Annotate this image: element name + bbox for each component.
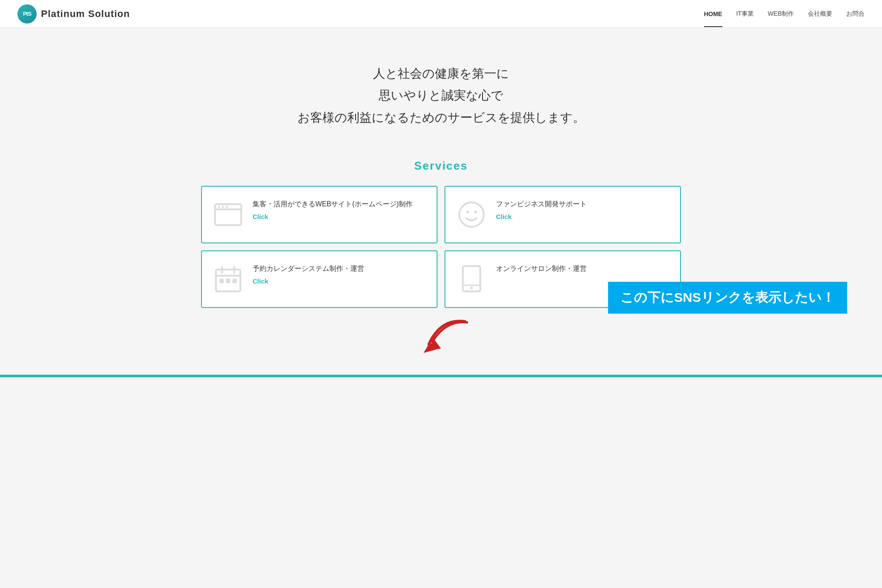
logo: PtS Platinum Solution [17,4,130,24]
footer-area [0,377,882,403]
svg-point-2 [218,206,220,208]
hero-section: 人と社会の健康を第一に 思いやりと誠実な心で お客様の利益になるためのサービスを… [0,28,882,150]
smiley-icon [456,199,487,230]
service-info-salon: オンラインサロン制作・運営 [496,263,587,277]
services-grid-container: 集客・活用ができるWEBサイト(ホームページ)制作 Click ファンビジネス開… [35,186,847,314]
nav-web[interactable]: WEB制作 [768,10,794,18]
nav-it[interactable]: IT事業 [736,10,754,18]
service-title-fan: ファンビジネス開発サポート [496,199,587,209]
service-title-salon: オンラインサロン制作・運営 [496,263,587,274]
svg-point-3 [222,206,224,208]
service-info-web: 集客・活用ができるWEBサイト(ホームページ)制作 Click [253,199,413,220]
services-section: Services 集客・活用ができるWEBサイト(ホームページ)制作 Click [0,150,882,314]
service-title-web: 集客・活用ができるWEBサイト(ホームページ)制作 [253,199,413,209]
header: PtS Platinum Solution HOME IT事業 WEB制作 会社… [0,0,882,28]
nav-contact[interactable]: お問合 [846,10,865,18]
svg-point-7 [474,211,477,213]
nav-home[interactable]: HOME [704,10,722,17]
logo-icon: PtS [17,4,37,24]
main-nav: HOME IT事業 WEB制作 会社概要 お問合 [704,10,865,18]
logo-text: Platinum Solution [41,8,130,20]
service-title-calendar: 予約カレンダーシステム制作・運営 [253,263,364,274]
browser-icon [212,199,244,230]
svg-point-4 [226,206,228,208]
svg-point-6 [466,211,469,213]
service-card-fan[interactable]: ファンビジネス開発サポート Click [444,186,681,243]
arrow-down-icon [397,318,485,362]
service-click-web[interactable]: Click [253,213,413,220]
service-click-fan[interactable]: Click [496,213,587,220]
services-title: Services [35,159,847,173]
hero-text: 人と社会の健康を第一に 思いやりと誠実な心で お客様の利益になるためのサービスを… [17,63,865,129]
nav-company[interactable]: 会社概要 [808,10,832,18]
service-info-fan: ファンビジネス開発サポート Click [496,199,587,220]
svg-point-5 [459,202,484,227]
annotation-banner: この下にSNSリンクを表示したい！ [608,282,847,314]
service-card-web[interactable]: 集客・活用ができるWEBサイト(ホームページ)制作 Click [201,186,438,243]
arrow-section [0,314,882,375]
